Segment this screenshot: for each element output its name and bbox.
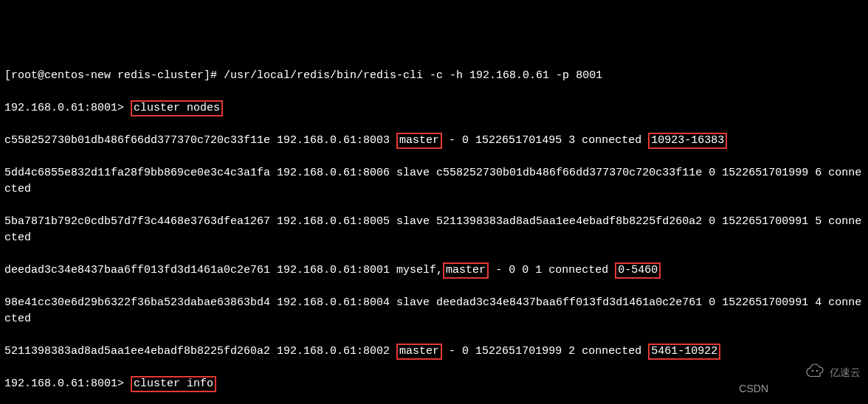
watermark-text: 亿速云 xyxy=(830,364,861,380)
svg-point-0 xyxy=(812,370,813,372)
csdn-watermark: CSDN xyxy=(739,380,768,397)
cluster-nodes-command: cluster nodes xyxy=(131,100,223,116)
master-badge-3: master xyxy=(396,344,442,360)
node-output-3: 5ba7871b792c0cdb57d7f3c4468e3763dfea1267… xyxy=(4,214,864,246)
master-badge-2: master xyxy=(443,262,489,279)
node-output-4: deedad3c34e8437baa6ff013fd3d1461a0c2e761… xyxy=(4,262,864,279)
cloud-icon xyxy=(791,346,825,398)
node6-prefix: 5211398383ad8ad5aa1ee4ebadf8b8225fd260a2… xyxy=(4,345,396,358)
prompt-text-2: 192.168.0.61:8001> xyxy=(4,377,131,390)
prompt-line-2: 192.168.0.61:8001> cluster info xyxy=(4,376,864,392)
slots-range-2: 0-5460 xyxy=(615,262,661,279)
command-line: [root@centos-new redis-cluster]# /usr/lo… xyxy=(4,68,864,84)
slots-range-3: 5461-10922 xyxy=(648,344,720,360)
slots-range-1: 10923-16383 xyxy=(648,133,727,149)
prompt-text: 192.168.0.61:8001> xyxy=(4,102,131,114)
node6-mid: - 0 1522651701999 2 connected xyxy=(442,345,648,358)
node4-prefix: deedad3c34e8437baa6ff013fd3d1461a0c2e761… xyxy=(4,264,443,276)
prompt-line-1: 192.168.0.61:8001> cluster nodes xyxy=(4,100,864,116)
node-output-1: c558252730b01db486f66dd377370c720c33f11e… xyxy=(4,133,864,149)
node4-mid: - 0 0 1 connected xyxy=(489,264,615,276)
node1-prefix: c558252730b01db486f66dd377370c720c33f11e… xyxy=(4,134,396,147)
node1-mid: - 0 1522651701495 3 connected xyxy=(442,134,648,147)
node-output-2: 5dd4c6855e832d11fa28f9bb869ce0e3c4c3a1fa… xyxy=(4,165,864,198)
node-output-6: 5211398383ad8ad5aa1ee4ebadf8b8225fd260a2… xyxy=(4,344,864,360)
svg-point-1 xyxy=(816,370,818,372)
node-output-5: 98e41cc30e6d29b6322f36ba523dabae63863bd4… xyxy=(4,295,864,327)
watermark: 亿速云 xyxy=(791,346,861,398)
master-badge-1: master xyxy=(396,133,442,149)
cluster-info-command: cluster info xyxy=(131,376,216,392)
